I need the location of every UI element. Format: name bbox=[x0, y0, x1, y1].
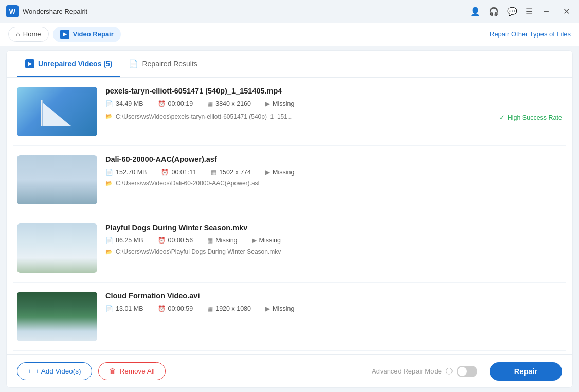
title-bar: W Wondershare Repairit 👤 🎧 💬 ☰ – ✕ bbox=[0, 0, 579, 23]
video-item-2: Dali-60-20000-AAC(Apower).asf 📄 152.70 M… bbox=[13, 146, 566, 214]
audio-icon-2: ▶ bbox=[265, 169, 270, 176]
video-duration-3: ⏰ 00:00:56 bbox=[158, 237, 193, 244]
video-size-4: 📄 13.01 MB bbox=[105, 305, 143, 312]
bottom-bar: + + Add Video(s) 🗑 Remove All Advanced R… bbox=[7, 354, 572, 387]
video-meta-3: 📄 86.25 MB ⏰ 00:00:56 ▦ Missing ▶ Missin… bbox=[105, 237, 562, 244]
video-thumbnail-3 bbox=[17, 223, 97, 273]
video-info-3: Playful Dogs During Winter Season.mkv 📄 … bbox=[105, 223, 562, 255]
success-badge-1: ✓ High Success Rate bbox=[499, 111, 562, 121]
unrepaired-tab-label: Unrepaired Videos (5) bbox=[38, 60, 112, 68]
advanced-mode-toggle[interactable] bbox=[457, 366, 477, 377]
video-audio-4: ▶ Missing bbox=[265, 305, 294, 312]
nav-bar: ⌂ Home ▶ Video Repair Repair Other Types… bbox=[0, 23, 579, 46]
tab-repaired-results[interactable]: 📄 Repaired Results bbox=[120, 52, 205, 77]
video-name-3: Playful Dogs During Winter Season.mkv bbox=[105, 223, 562, 232]
video-size-3: 📄 86.25 MB bbox=[105, 237, 143, 244]
add-icon: + bbox=[28, 367, 32, 375]
video-audio-1: ▶ Missing bbox=[265, 100, 294, 107]
video-size-1: 📄 34.49 MB bbox=[105, 100, 143, 107]
video-resolution-4: ▦ 1920 x 1080 bbox=[207, 305, 251, 312]
video-meta-2: 📄 152.70 MB ⏰ 00:01:11 ▦ 1502 x 774 ▶ Mi… bbox=[105, 169, 562, 176]
video-path-2: 📂 C:\Users\ws\Videos\Dali-60-20000-AAC(A… bbox=[105, 180, 562, 187]
file-icon-2: 📄 bbox=[105, 169, 113, 176]
video-resolution-2: ▦ 1502 x 774 bbox=[211, 169, 251, 176]
minimize-button[interactable]: – bbox=[541, 6, 552, 17]
video-audio-3: ▶ Missing bbox=[252, 237, 281, 244]
video-path-3: 📂 C:\Users\ws\Videos\Playful Dogs During… bbox=[105, 248, 562, 255]
main-content: ▶ Unrepaired Videos (5) 📄 Repaired Resul… bbox=[6, 50, 573, 388]
tab-unrepaired-videos[interactable]: ▶ Unrepaired Videos (5) bbox=[17, 52, 120, 77]
video-item-3: Playful Dogs During Winter Season.mkv 📄 … bbox=[13, 214, 566, 283]
resolution-icon-4: ▦ bbox=[207, 305, 213, 312]
video-thumbnail-4 bbox=[17, 292, 97, 341]
tabs-bar: ▶ Unrepaired Videos (5) 📄 Repaired Resul… bbox=[7, 51, 572, 78]
check-icon-1: ✓ bbox=[499, 114, 505, 121]
clock-icon-2: ⏰ bbox=[161, 169, 169, 176]
video-repair-nav-button[interactable]: ▶ Video Repair bbox=[53, 27, 121, 42]
info-icon: ⓘ bbox=[446, 367, 453, 376]
folder-icon-2: 📂 bbox=[105, 180, 113, 187]
headphone-icon[interactable]: 🎧 bbox=[488, 7, 499, 16]
app-icon: W bbox=[6, 5, 19, 17]
resolution-icon-1: ▦ bbox=[207, 100, 213, 107]
add-video-button[interactable]: + + Add Video(s) bbox=[17, 362, 92, 380]
video-name-2: Dali-60-20000-AAC(Apower).asf bbox=[105, 155, 562, 163]
home-icon: ⌂ bbox=[16, 30, 20, 38]
resolution-icon-3: ▦ bbox=[207, 237, 213, 244]
video-thumbnail-1 bbox=[17, 87, 97, 136]
video-resolution-1: ▦ 3840 x 2160 bbox=[207, 100, 251, 107]
repair-other-link[interactable]: Repair Other Types of Files bbox=[490, 30, 571, 38]
advanced-mode-control: Advanced Repair Mode ⓘ bbox=[372, 366, 477, 377]
video-item-1: pexels-taryn-elliott-6051471 (540p)_1_15… bbox=[13, 78, 566, 146]
add-label: + Add Video(s) bbox=[35, 367, 81, 375]
folder-icon-1: 📂 bbox=[105, 113, 113, 120]
repair-button[interactable]: Repair bbox=[490, 362, 562, 381]
file-icon-4: 📄 bbox=[105, 305, 113, 312]
video-duration-1: ⏰ 00:00:19 bbox=[158, 100, 193, 107]
video-size-2: 📄 152.70 MB bbox=[105, 169, 147, 176]
app-title: Wondershare Repairit bbox=[23, 8, 87, 15]
trash-icon: 🗑 bbox=[109, 367, 116, 375]
file-icon-1: 📄 bbox=[105, 100, 113, 107]
video-info-4: Cloud Formation Video.avi 📄 13.01 MB ⏰ 0… bbox=[105, 292, 562, 316]
video-info-1: pexels-taryn-elliott-6051471 (540p)_1_15… bbox=[105, 87, 562, 121]
title-bar-left: W Wondershare Repairit bbox=[6, 5, 87, 17]
audio-icon-3: ▶ bbox=[252, 237, 257, 244]
account-icon[interactable]: 👤 bbox=[470, 7, 480, 16]
video-resolution-3: ▦ Missing bbox=[207, 237, 237, 244]
video-repair-label: Video Repair bbox=[73, 30, 114, 38]
video-duration-2: ⏰ 00:01:11 bbox=[161, 169, 196, 176]
video-audio-2: ▶ Missing bbox=[265, 169, 294, 176]
unrepaired-tab-icon: ▶ bbox=[25, 59, 34, 68]
message-icon[interactable]: 💬 bbox=[507, 7, 517, 16]
repaired-tab-icon: 📄 bbox=[129, 59, 138, 68]
video-name-1: pexels-taryn-elliott-6051471 (540p)_1_15… bbox=[105, 87, 562, 95]
advanced-mode-label: Advanced Repair Mode bbox=[372, 367, 442, 375]
home-label: Home bbox=[23, 30, 41, 38]
video-meta-1: 📄 34.49 MB ⏰ 00:00:19 ▦ 3840 x 2160 ▶ Mi… bbox=[105, 100, 562, 107]
repaired-tab-label: Repaired Results bbox=[142, 60, 197, 68]
title-bar-icons: 👤 🎧 💬 ☰ – ✕ bbox=[470, 6, 573, 17]
video-repair-icon: ▶ bbox=[60, 30, 69, 39]
home-nav-button[interactable]: ⌂ Home bbox=[8, 27, 49, 42]
video-info-2: Dali-60-20000-AAC(Apower).asf 📄 152.70 M… bbox=[105, 155, 562, 187]
video-item-4: Cloud Formation Video.avi 📄 13.01 MB ⏰ 0… bbox=[13, 283, 566, 351]
clock-icon-1: ⏰ bbox=[158, 100, 166, 107]
video-thumbnail-2 bbox=[17, 155, 97, 204]
video-path-1: 📂 C:\Users\ws\Videos\pexels-taryn-elliot… bbox=[105, 111, 562, 121]
remove-label: Remove All bbox=[120, 367, 155, 375]
video-meta-4: 📄 13.01 MB ⏰ 00:00:59 ▦ 1920 x 1080 ▶ Mi… bbox=[105, 305, 562, 312]
video-list: pexels-taryn-elliott-6051471 (540p)_1_15… bbox=[7, 78, 572, 354]
list-icon[interactable]: ☰ bbox=[526, 7, 533, 16]
clock-icon-3: ⏰ bbox=[158, 237, 166, 244]
audio-icon-4: ▶ bbox=[265, 305, 270, 312]
remove-all-button[interactable]: 🗑 Remove All bbox=[98, 362, 166, 380]
folder-icon-3: 📂 bbox=[105, 249, 113, 255]
video-duration-4: ⏰ 00:00:59 bbox=[158, 305, 193, 312]
close-button[interactable]: ✕ bbox=[560, 6, 573, 17]
clock-icon-4: ⏰ bbox=[158, 305, 166, 312]
audio-icon-1: ▶ bbox=[265, 100, 270, 107]
nav-left: ⌂ Home ▶ Video Repair bbox=[8, 27, 121, 42]
video-name-4: Cloud Formation Video.avi bbox=[105, 292, 562, 300]
resolution-icon-2: ▦ bbox=[211, 169, 216, 176]
